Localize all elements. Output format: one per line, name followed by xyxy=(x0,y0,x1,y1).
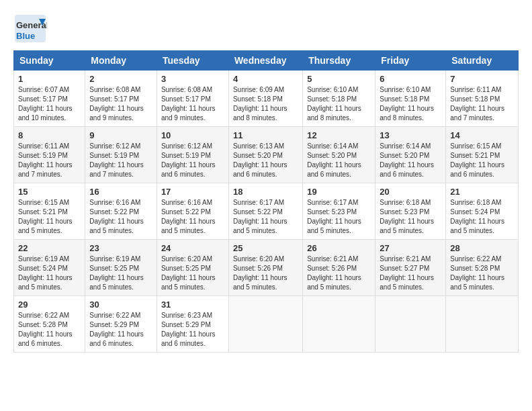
day-number: 23 xyxy=(89,243,152,253)
logo: General Blue xyxy=(13,13,47,44)
calendar-cell: 28Sunrise: 6:22 AMSunset: 5:28 PMDayligh… xyxy=(446,240,519,296)
calendar-cell: 26Sunrise: 6:21 AMSunset: 5:26 PMDayligh… xyxy=(303,240,375,296)
day-info: Sunrise: 6:10 AMSunset: 5:18 PMDaylight:… xyxy=(307,85,371,123)
day-number: 25 xyxy=(233,243,298,253)
day-info: Sunrise: 6:07 AMSunset: 5:17 PMDaylight:… xyxy=(18,85,81,123)
calendar-cell: 13Sunrise: 6:14 AMSunset: 5:20 PMDayligh… xyxy=(375,127,446,183)
calendar-cell: 18Sunrise: 6:17 AMSunset: 5:22 PMDayligh… xyxy=(228,183,302,240)
calendar-cell: 1Sunrise: 6:07 AMSunset: 5:17 PMDaylight… xyxy=(14,71,85,127)
calendar-cell: 16Sunrise: 6:16 AMSunset: 5:22 PMDayligh… xyxy=(85,183,157,240)
day-number: 27 xyxy=(380,243,441,253)
calendar-cell: 25Sunrise: 6:20 AMSunset: 5:26 PMDayligh… xyxy=(228,240,302,296)
day-number: 12 xyxy=(307,130,371,140)
day-number: 2 xyxy=(89,74,152,84)
day-info: Sunrise: 6:19 AMSunset: 5:25 PMDaylight:… xyxy=(89,255,152,292)
day-info: Sunrise: 6:13 AMSunset: 5:20 PMDaylight:… xyxy=(233,142,298,179)
day-info: Sunrise: 6:19 AMSunset: 5:24 PMDaylight:… xyxy=(18,255,81,292)
day-info: Sunrise: 6:22 AMSunset: 5:28 PMDaylight:… xyxy=(18,311,81,349)
week-row-5: 29Sunrise: 6:22 AMSunset: 5:28 PMDayligh… xyxy=(14,296,519,353)
calendar-cell xyxy=(228,296,302,353)
calendar-cell: 8Sunrise: 6:11 AMSunset: 5:19 PMDaylight… xyxy=(14,127,85,183)
day-number: 17 xyxy=(161,187,224,197)
day-number: 5 xyxy=(307,74,371,84)
calendar-cell: 23Sunrise: 6:19 AMSunset: 5:25 PMDayligh… xyxy=(85,240,157,296)
day-info: Sunrise: 6:18 AMSunset: 5:23 PMDaylight:… xyxy=(380,198,441,236)
calendar-cell: 19Sunrise: 6:17 AMSunset: 5:23 PMDayligh… xyxy=(303,183,375,240)
day-info: Sunrise: 6:23 AMSunset: 5:29 PMDaylight:… xyxy=(161,311,224,349)
calendar-cell: 17Sunrise: 6:16 AMSunset: 5:22 PMDayligh… xyxy=(157,183,228,240)
day-number: 16 xyxy=(89,187,152,197)
calendar-cell: 14Sunrise: 6:15 AMSunset: 5:21 PMDayligh… xyxy=(446,127,519,183)
day-info: Sunrise: 6:15 AMSunset: 5:21 PMDaylight:… xyxy=(450,142,514,179)
day-number: 29 xyxy=(18,300,81,310)
day-info: Sunrise: 6:08 AMSunset: 5:17 PMDaylight:… xyxy=(89,85,152,123)
calendar-cell xyxy=(446,296,519,353)
day-info: Sunrise: 6:11 AMSunset: 5:19 PMDaylight:… xyxy=(18,142,81,179)
day-info: Sunrise: 6:17 AMSunset: 5:23 PMDaylight:… xyxy=(307,198,371,236)
day-info: Sunrise: 6:14 AMSunset: 5:20 PMDaylight:… xyxy=(380,142,441,179)
calendar-cell: 12Sunrise: 6:14 AMSunset: 5:20 PMDayligh… xyxy=(303,127,375,183)
calendar-cell: 10Sunrise: 6:12 AMSunset: 5:19 PMDayligh… xyxy=(157,127,228,183)
day-number: 20 xyxy=(380,187,441,197)
calendar-cell: 21Sunrise: 6:18 AMSunset: 5:24 PMDayligh… xyxy=(446,183,519,240)
calendar-cell: 11Sunrise: 6:13 AMSunset: 5:20 PMDayligh… xyxy=(228,127,302,183)
day-info: Sunrise: 6:17 AMSunset: 5:22 PMDaylight:… xyxy=(233,198,298,236)
day-info: Sunrise: 6:20 AMSunset: 5:25 PMDaylight:… xyxy=(161,255,224,292)
col-header-saturday: Saturday xyxy=(446,51,519,71)
day-info: Sunrise: 6:20 AMSunset: 5:26 PMDaylight:… xyxy=(233,255,298,292)
calendar-cell: 2Sunrise: 6:08 AMSunset: 5:17 PMDaylight… xyxy=(85,71,157,127)
week-row-1: 1Sunrise: 6:07 AMSunset: 5:17 PMDaylight… xyxy=(14,71,519,127)
day-number: 19 xyxy=(307,187,371,197)
day-info: Sunrise: 6:09 AMSunset: 5:18 PMDaylight:… xyxy=(233,85,298,123)
day-info: Sunrise: 6:21 AMSunset: 5:27 PMDaylight:… xyxy=(380,255,441,292)
calendar-body: 1Sunrise: 6:07 AMSunset: 5:17 PMDaylight… xyxy=(14,71,519,353)
day-number: 31 xyxy=(161,300,224,310)
calendar-cell: 22Sunrise: 6:19 AMSunset: 5:24 PMDayligh… xyxy=(14,240,85,296)
calendar-cell: 9Sunrise: 6:12 AMSunset: 5:19 PMDaylight… xyxy=(85,127,157,183)
day-number: 6 xyxy=(380,74,441,84)
day-info: Sunrise: 6:22 AMSunset: 5:28 PMDaylight:… xyxy=(450,255,514,292)
calendar-cell: 30Sunrise: 6:22 AMSunset: 5:29 PMDayligh… xyxy=(85,296,157,353)
calendar-cell xyxy=(303,296,375,353)
day-number: 11 xyxy=(233,130,298,140)
day-info: Sunrise: 6:08 AMSunset: 5:17 PMDaylight:… xyxy=(161,85,224,123)
week-row-2: 8Sunrise: 6:11 AMSunset: 5:19 PMDaylight… xyxy=(14,127,519,183)
calendar-cell: 29Sunrise: 6:22 AMSunset: 5:28 PMDayligh… xyxy=(14,296,85,353)
day-info: Sunrise: 6:22 AMSunset: 5:29 PMDaylight:… xyxy=(89,311,152,349)
day-number: 8 xyxy=(18,130,81,140)
calendar-cell: 7Sunrise: 6:11 AMSunset: 5:18 PMDaylight… xyxy=(446,71,519,127)
calendar-cell: 31Sunrise: 6:23 AMSunset: 5:29 PMDayligh… xyxy=(157,296,228,353)
calendar-cell: 24Sunrise: 6:20 AMSunset: 5:25 PMDayligh… xyxy=(157,240,228,296)
calendar-cell: 20Sunrise: 6:18 AMSunset: 5:23 PMDayligh… xyxy=(375,183,446,240)
day-number: 28 xyxy=(450,243,514,253)
calendar-cell: 15Sunrise: 6:15 AMSunset: 5:21 PMDayligh… xyxy=(14,183,85,240)
day-info: Sunrise: 6:14 AMSunset: 5:20 PMDaylight:… xyxy=(307,142,371,179)
page-header: General Blue xyxy=(13,13,519,44)
day-number: 14 xyxy=(450,130,514,140)
day-info: Sunrise: 6:12 AMSunset: 5:19 PMDaylight:… xyxy=(89,142,152,179)
day-number: 10 xyxy=(161,130,224,140)
col-header-wednesday: Wednesday xyxy=(228,51,302,71)
calendar-cell: 4Sunrise: 6:09 AMSunset: 5:18 PMDaylight… xyxy=(228,71,302,127)
logo-icon: General Blue xyxy=(13,13,47,44)
day-number: 26 xyxy=(307,243,371,253)
col-header-monday: Monday xyxy=(85,51,157,71)
day-info: Sunrise: 6:16 AMSunset: 5:22 PMDaylight:… xyxy=(89,198,152,236)
day-info: Sunrise: 6:11 AMSunset: 5:18 PMDaylight:… xyxy=(450,85,514,123)
day-number: 18 xyxy=(233,187,298,197)
day-number: 4 xyxy=(233,74,298,84)
col-header-friday: Friday xyxy=(375,51,446,71)
col-header-sunday: Sunday xyxy=(14,51,85,71)
day-number: 30 xyxy=(89,300,152,310)
svg-text:Blue: Blue xyxy=(16,31,35,41)
day-info: Sunrise: 6:21 AMSunset: 5:26 PMDaylight:… xyxy=(307,255,371,292)
calendar-cell: 27Sunrise: 6:21 AMSunset: 5:27 PMDayligh… xyxy=(375,240,446,296)
day-number: 21 xyxy=(450,187,514,197)
week-row-3: 15Sunrise: 6:15 AMSunset: 5:21 PMDayligh… xyxy=(14,183,519,240)
col-header-thursday: Thursday xyxy=(303,51,375,71)
day-number: 1 xyxy=(18,74,81,84)
day-info: Sunrise: 6:12 AMSunset: 5:19 PMDaylight:… xyxy=(161,142,224,179)
day-number: 22 xyxy=(18,243,81,253)
day-number: 9 xyxy=(89,130,152,140)
day-number: 24 xyxy=(161,243,224,253)
